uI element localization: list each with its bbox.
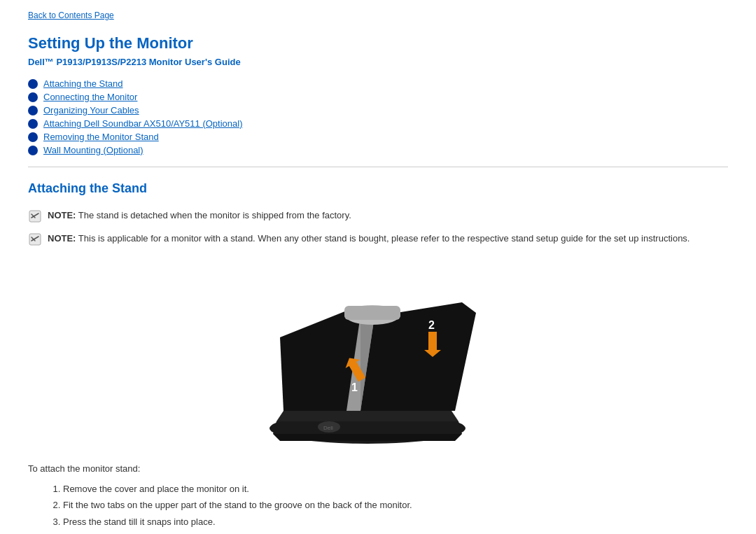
svg-text:2: 2 [428,319,435,331]
svg-marker-7 [273,421,462,434]
note-content-2: This is applicable for a monitor with a … [76,233,690,244]
note-icon-1 [28,209,42,223]
svg-rect-0 [29,211,41,222]
step-2: Fit the two tabs on the upper part of th… [63,497,728,513]
note-label-2: NOTE: [48,233,76,244]
page-subtitle: Dell™ P1913/P1913S/P2213 Monitor User's … [28,57,728,67]
bullet-icon [28,132,38,142]
note-text-1: NOTE: The stand is detached when the mon… [48,209,351,223]
nav-item-attaching-soundbar[interactable]: Attaching Dell Soundbar AX510/AY511 (Opt… [28,118,728,129]
step-3: Press the stand till it snaps into place… [63,514,728,530]
nav-link-wall-mounting[interactable]: Wall Mounting (Optional) [43,145,144,155]
note-icon-2 [28,232,42,246]
bullet-icon [28,92,38,102]
bullet-icon [28,106,38,115]
svg-rect-15 [344,306,400,320]
svg-rect-3 [29,234,41,245]
nav-link-connecting-monitor[interactable]: Connecting the Monitor [43,92,137,102]
nav-item-connecting-monitor[interactable]: Connecting the Monitor [28,92,728,102]
nav-link-organizing-cables[interactable]: Organizing Your Cables [43,105,139,115]
nav-link-removing-stand[interactable]: Removing the Monitor Stand [43,132,159,142]
nav-item-wall-mounting[interactable]: Wall Mounting (Optional) [28,145,728,155]
svg-marker-12 [280,309,360,411]
nav-link-attaching-stand[interactable]: Attaching the Stand [43,78,122,89]
svg-marker-8 [273,434,462,441]
section-heading: Attaching the Stand [28,181,728,196]
nav-item-attaching-stand[interactable]: Attaching the Stand [28,78,728,89]
svg-text:Dell: Dell [323,425,333,431]
monitor-stand-svg: 1 2 Dell [238,260,518,449]
page-title: Setting Up the Monitor [28,34,728,52]
back-to-contents-link[interactable]: Back to Contents Page [28,10,728,20]
nav-link-attaching-soundbar[interactable]: Attaching Dell Soundbar AX510/AY511 (Opt… [43,118,243,129]
bullet-icon [28,79,38,89]
nav-list: Attaching the Stand Connecting the Monit… [28,78,728,155]
svg-marker-9 [276,411,458,421]
svg-text:1: 1 [351,381,358,393]
step-1: Remove the cover and place the monitor o… [63,481,728,497]
steps-list: Remove the cover and place the monitor o… [63,481,728,530]
section-divider [28,167,728,167]
note-label-1: NOTE: [48,210,76,220]
note-row-1: NOTE: The stand is detached when the mon… [28,209,728,223]
bullet-icon [28,119,38,129]
nav-item-removing-stand[interactable]: Removing the Monitor Stand [28,132,728,142]
note-text-2: NOTE: This is applicable for a monitor w… [48,232,690,246]
note-content-1: The stand is detached when the monitor i… [76,210,351,220]
note-row-2: NOTE: This is applicable for a monitor w… [28,232,728,246]
monitor-stand-image: 1 2 Dell [28,260,728,449]
attach-instructions-intro: To attach the monitor stand: [28,463,728,474]
nav-item-organizing-cables[interactable]: Organizing Your Cables [28,105,728,115]
bullet-icon [28,146,38,155]
